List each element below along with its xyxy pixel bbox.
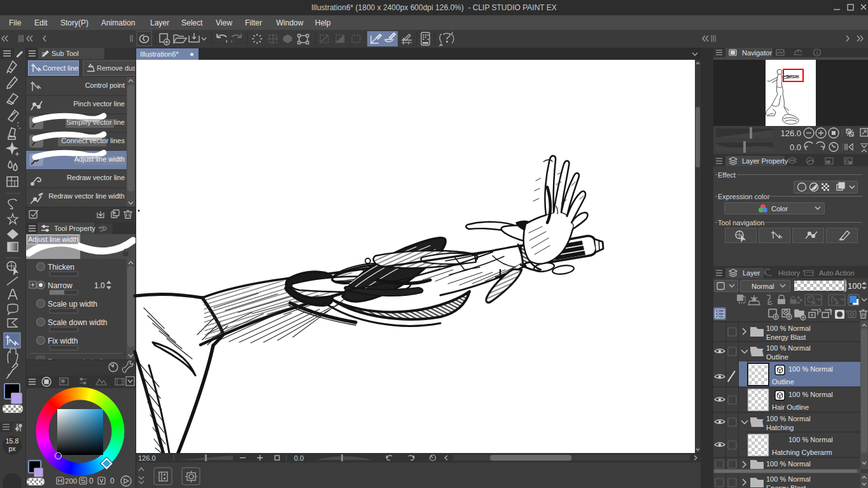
svg-text:px: px — [8, 445, 16, 452]
svg-text:0: 0 — [89, 477, 94, 485]
svg-text:0.0: 0.0 — [790, 143, 801, 152]
svg-text:15.8: 15.8 — [6, 437, 19, 445]
svg-text:126.0: 126.0 — [780, 129, 801, 138]
svg-text:200: 200 — [65, 477, 77, 485]
svg-text:0: 0 — [110, 477, 115, 485]
